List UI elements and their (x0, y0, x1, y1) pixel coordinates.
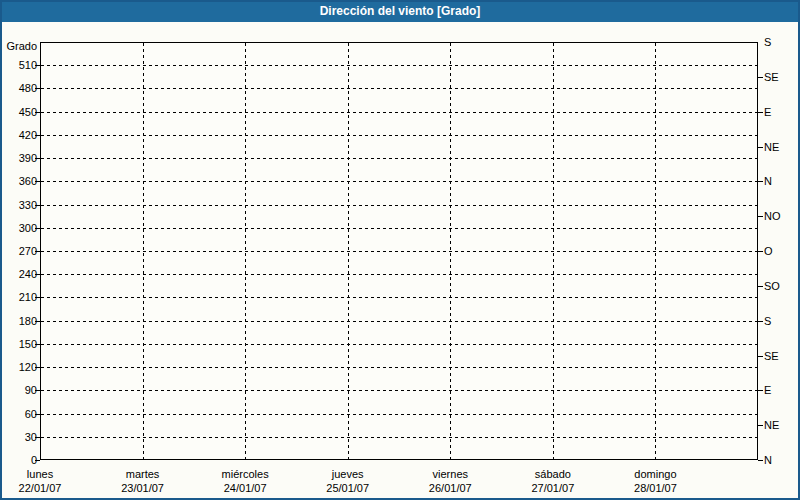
x-gridline (450, 43, 451, 459)
x-date-label: 22/01/07 (19, 482, 62, 494)
y-tick-label: 330 (0, 199, 37, 211)
y-gridline (41, 205, 757, 206)
y-tick-label: 450 (0, 106, 37, 118)
compass-axis-tick (758, 181, 763, 182)
y-gridline (41, 390, 757, 391)
x-gridline (245, 43, 246, 459)
y-tick-label: 480 (0, 82, 37, 94)
x-gridline (348, 43, 349, 459)
compass-axis-tick (758, 216, 763, 217)
compass-axis-tick (758, 356, 763, 357)
y-tick-label: 90 (0, 384, 37, 396)
compass-axis-tick (758, 460, 763, 461)
x-day-label: viernes (433, 468, 468, 480)
y-tick-label: 420 (0, 129, 37, 141)
x-date-label: 27/01/07 (531, 482, 574, 494)
x-day-label: domingo (634, 468, 676, 480)
y-gridline (41, 112, 757, 113)
x-gridline (655, 43, 656, 459)
y-tick-label: 210 (0, 291, 37, 303)
y-tick-label: 30 (0, 431, 37, 443)
compass-tick-label: SE (764, 71, 779, 83)
y-tick-label: 60 (0, 408, 37, 420)
y-tick-label: 390 (0, 152, 37, 164)
y-axis-title: Grado (0, 40, 37, 52)
x-date-label: 28/01/07 (634, 482, 677, 494)
x-date-label: 26/01/07 (429, 482, 472, 494)
y-gridline (41, 344, 757, 345)
y-gridline (41, 65, 757, 66)
compass-axis-tick (758, 425, 763, 426)
compass-tick-label: N (764, 454, 772, 466)
y-gridline (41, 135, 757, 136)
compass-tick-label: SO (764, 280, 780, 292)
y-gridline (41, 88, 757, 89)
compass-tick-label: E (764, 384, 771, 396)
y-gridline (41, 367, 757, 368)
chart-title: Dirección del viento [Grado] (0, 0, 800, 22)
compass-tick-label: N (764, 175, 772, 187)
y-gridline (41, 181, 757, 182)
y-gridline (41, 321, 757, 322)
y-tick-label: 120 (0, 361, 37, 373)
y-tick-label: 360 (0, 175, 37, 187)
x-day-label: lunes (27, 468, 53, 480)
x-date-label: 25/01/07 (326, 482, 369, 494)
y-gridline (41, 437, 757, 438)
y-tick-label: 240 (0, 268, 37, 280)
y-tick-label: 180 (0, 315, 37, 327)
compass-tick-label: S (764, 36, 771, 48)
compass-axis-tick (758, 286, 763, 287)
compass-tick-label: S (764, 315, 771, 327)
x-day-label: martes (126, 468, 160, 480)
compass-axis-tick (758, 390, 763, 391)
y-tick-label: 270 (0, 245, 37, 257)
x-day-label: miércoles (222, 468, 269, 480)
y-gridline (41, 274, 757, 275)
plot-area (40, 42, 758, 460)
compass-tick-label: NE (764, 419, 779, 431)
compass-tick-label: SE (764, 350, 779, 362)
y-tick-label: 300 (0, 222, 37, 234)
y-gridline (41, 297, 757, 298)
x-day-label: sábado (535, 468, 571, 480)
compass-tick-label: NE (764, 141, 779, 153)
x-day-label: jueves (332, 468, 364, 480)
x-date-label: 24/01/07 (224, 482, 267, 494)
compass-tick-label: E (764, 106, 771, 118)
y-tick-label: 150 (0, 338, 37, 350)
compass-axis-tick (758, 321, 763, 322)
compass-axis-tick (758, 77, 763, 78)
y-gridline (41, 158, 757, 159)
y-gridline (41, 414, 757, 415)
compass-tick-label: O (764, 245, 773, 257)
y-tick-label: 510 (0, 59, 37, 71)
y-gridline (41, 228, 757, 229)
wind-direction-chart-window: Dirección del viento [Grado] Grado 03060… (0, 0, 800, 500)
compass-axis-tick (758, 251, 763, 252)
x-gridline (553, 43, 554, 459)
y-tick-label: 0 (0, 454, 37, 466)
y-gridline (41, 251, 757, 252)
x-date-label: 23/01/07 (121, 482, 164, 494)
x-gridline (143, 43, 144, 459)
compass-tick-label: NO (764, 210, 781, 222)
compass-axis-tick (758, 112, 763, 113)
compass-axis-tick (758, 147, 763, 148)
